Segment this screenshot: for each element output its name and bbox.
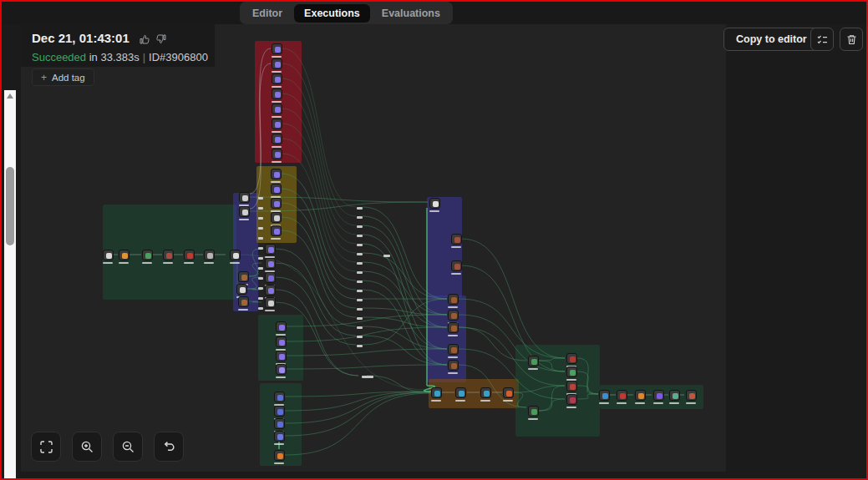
mini-node[interactable] — [357, 280, 363, 283]
workflow-node[interactable] — [617, 390, 627, 401]
workflow-node[interactable] — [599, 390, 610, 401]
workflow-node[interactable] — [274, 418, 285, 429]
workflow-node[interactable] — [528, 356, 539, 366]
workflow-node[interactable] — [276, 321, 287, 332]
workflow-node[interactable] — [272, 88, 282, 99]
mini-node[interactable] — [357, 235, 363, 237]
delete-execution-button[interactable] — [840, 28, 863, 51]
workflow-node[interactable] — [274, 431, 285, 442]
mini-node[interactable] — [357, 207, 363, 210]
workflow-node[interactable] — [429, 198, 440, 209]
mini-node[interactable] — [258, 217, 263, 220]
workflow-node[interactable] — [274, 450, 285, 461]
workflow-node[interactable] — [451, 234, 462, 245]
workflow-node[interactable] — [271, 184, 282, 195]
workflow-node[interactable] — [184, 250, 195, 260]
mini-node[interactable] — [357, 345, 363, 347]
workflow-node[interactable] — [274, 406, 285, 417]
tab-executions[interactable]: Executions — [294, 4, 370, 23]
copy-to-editor-button[interactable]: Copy to editor — [723, 28, 820, 51]
workflow-node[interactable] — [451, 260, 462, 271]
workflow-node[interactable] — [230, 250, 241, 260]
mini-node[interactable] — [258, 227, 263, 230]
zoom-out-button[interactable] — [113, 432, 143, 462]
mini-node[interactable] — [258, 287, 263, 290]
left-scrollbar[interactable] — [4, 90, 16, 480]
workflow-node[interactable] — [431, 387, 442, 398]
workflow-node[interactable] — [566, 353, 577, 364]
workflow-node[interactable] — [528, 406, 539, 417]
workflow-node[interactable] — [271, 225, 282, 236]
workflow-node[interactable] — [272, 119, 282, 129]
workflow-node[interactable] — [119, 250, 129, 260]
mini-node[interactable] — [258, 257, 263, 260]
workflow-node[interactable] — [448, 322, 459, 333]
mini-node[interactable] — [357, 290, 363, 292]
mini-node[interactable] — [357, 244, 363, 246]
workflow-node[interactable] — [265, 272, 276, 283]
workflow-node[interactable] — [272, 104, 282, 114]
workflow-node[interactable] — [239, 206, 250, 217]
mini-node[interactable] — [357, 216, 363, 219]
workflow-node[interactable] — [455, 387, 466, 398]
add-tag-button[interactable]: + Add tag — [32, 68, 94, 86]
workflow-node[interactable] — [448, 310, 459, 321]
workflow-node[interactable] — [238, 271, 249, 282]
workflow-node[interactable] — [480, 387, 491, 398]
workflow-node[interactable] — [238, 296, 249, 307]
workflow-node[interactable] — [653, 390, 664, 401]
workflow-node[interactable] — [272, 73, 282, 84]
workflow-node[interactable] — [669, 390, 680, 401]
mini-node[interactable] — [357, 253, 363, 255]
workflow-node[interactable] — [566, 381, 577, 392]
mini-node[interactable] — [357, 317, 363, 320]
workflow-node[interactable] — [276, 364, 287, 375]
tab-editor[interactable]: Editor — [242, 4, 292, 23]
workflow-node[interactable] — [272, 134, 282, 144]
workflow-node[interactable] — [274, 392, 285, 402]
thumbs-up-icon[interactable] — [139, 33, 150, 45]
workflow-node[interactable] — [236, 284, 247, 295]
workflow-node[interactable] — [271, 212, 282, 223]
workflow-node[interactable] — [239, 192, 250, 203]
mini-node[interactable] — [357, 299, 363, 301]
workflow-node[interactable] — [566, 394, 577, 405]
workflow-node[interactable] — [271, 169, 282, 179]
mini-node[interactable] — [258, 277, 263, 280]
mini-node[interactable] — [258, 197, 263, 200]
workflow-node[interactable] — [276, 336, 287, 347]
workflow-node[interactable] — [204, 250, 215, 260]
checklist-button[interactable] — [810, 28, 834, 51]
workflow-node[interactable] — [272, 149, 282, 159]
workflow-node[interactable] — [276, 351, 287, 361]
mini-node[interactable] — [357, 308, 363, 311]
workflow-node[interactable] — [635, 390, 646, 401]
workflow-node[interactable] — [448, 344, 459, 355]
workflow-node[interactable] — [163, 250, 174, 260]
mini-node[interactable] — [357, 271, 363, 274]
mini-node[interactable] — [258, 247, 263, 250]
thumbs-down-icon[interactable] — [155, 33, 167, 45]
scrollbar-thumb[interactable] — [6, 167, 14, 245]
workflow-node[interactable] — [265, 297, 276, 308]
zoom-in-button[interactable] — [72, 432, 102, 462]
workflow-node[interactable] — [272, 43, 282, 54]
mini-node[interactable] — [258, 267, 263, 270]
workflow-node[interactable] — [265, 244, 276, 255]
workflow-node[interactable] — [448, 294, 459, 305]
reset-zoom-button[interactable] — [154, 432, 184, 462]
workflow-node[interactable] — [265, 258, 276, 269]
mini-node[interactable] — [357, 336, 363, 338]
workflow-node[interactable] — [686, 390, 697, 401]
workflow-node[interactable] — [142, 250, 153, 260]
workflow-node[interactable] — [265, 285, 276, 296]
mini-node[interactable] — [357, 225, 363, 228]
workflow-node[interactable] — [103, 250, 114, 260]
mini-node[interactable] — [383, 255, 390, 257]
workflow-node[interactable] — [448, 360, 459, 371]
tab-evaluations[interactable]: Evaluations — [372, 4, 450, 23]
mini-node[interactable] — [258, 237, 263, 240]
workflow-node[interactable] — [566, 366, 577, 377]
fit-view-button[interactable] — [31, 432, 61, 462]
mini-node[interactable] — [258, 307, 263, 310]
